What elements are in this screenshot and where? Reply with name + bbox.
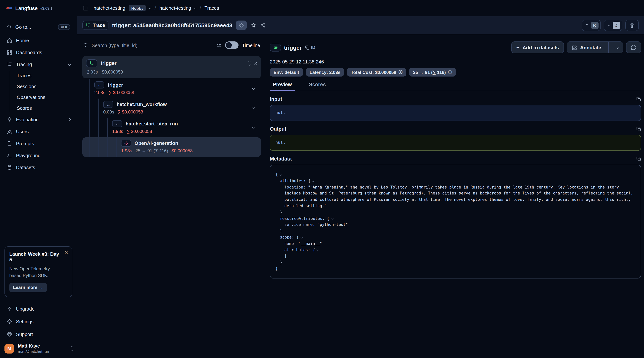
learn-more-button[interactable]: Learn more → <box>9 283 47 292</box>
sidebar-item-support[interactable]: Support <box>4 328 73 340</box>
tree-node-openai-generation[interactable]: ✣OpenAI-generation1.98s25 → 91 (∑ 116)$0… <box>82 137 261 157</box>
annotate-dropdown[interactable] <box>612 42 623 53</box>
sidebar-item-settings[interactable]: Settings <box>4 315 73 328</box>
sparkle-icon <box>7 306 12 311</box>
launch-card-body: New OpenTelemetry based Python SDK. <box>9 265 57 279</box>
tree-node-trigger[interactable]: ↔trigger2.03s∑ $0.000058 <box>82 79 261 99</box>
add-to-datasets-button[interactable]: + Add to datasets <box>512 42 564 53</box>
share-icon[interactable] <box>260 22 266 28</box>
tag-button[interactable] <box>236 21 247 30</box>
trace-root-duration: 2.03s <box>87 69 98 75</box>
trash-icon <box>630 23 635 28</box>
sidebar-toggle-icon[interactable] <box>82 5 89 11</box>
chevron-down-icon <box>616 46 618 49</box>
sidebar-item-tracing[interactable]: Tracing <box>4 58 73 70</box>
tree-search-input[interactable] <box>92 42 213 48</box>
metric-badge: Latency: 2.03s <box>306 68 344 77</box>
sidebar-item-prompts[interactable]: Prompts <box>4 137 73 149</box>
trace-icon-badge <box>86 59 97 67</box>
chevron-down-icon <box>608 24 610 27</box>
sidebar-item-upgrade[interactable]: Upgrade <box>4 302 73 315</box>
observation-tree-panel: Timeline trigger 2.03s $0.000058 <box>77 34 264 358</box>
trace-root-cost: $0.000058 <box>102 69 123 75</box>
node-duration: 1.98s <box>121 148 132 153</box>
prev-trace-button[interactable]: K <box>582 20 600 31</box>
trace-root-row[interactable]: trigger 2.03s $0.000058 <box>82 56 261 78</box>
collapse-node-icon[interactable] <box>316 248 319 251</box>
breadcrumb-org[interactable]: hatchet-testing <box>94 5 126 11</box>
breadcrumb-project[interactable]: hatchet-testing <box>159 5 191 11</box>
chevron-up-icon <box>586 24 588 27</box>
node-tokens: 25 → 91 (∑ 116) <box>136 148 168 153</box>
node-cost: $0.000058 <box>172 148 192 153</box>
tree-node-hatchet.start_step_run[interactable]: ↔hatchet.start_step_run1.98s∑ $0.000058 <box>82 118 261 137</box>
search-icon <box>7 24 12 30</box>
goto-search[interactable]: Go to... ⌘ K <box>4 21 73 33</box>
comment-icon <box>630 44 636 50</box>
sidebar-item-evaluation[interactable]: Evaluation <box>4 113 73 125</box>
sidebar-item-observations[interactable]: Observations <box>4 92 73 103</box>
trace-icon <box>273 45 278 50</box>
trace-icon <box>89 61 94 66</box>
sidebar-item-traces[interactable]: Traces <box>4 70 73 81</box>
json-line[interactable]: { <box>276 171 636 178</box>
info-icon: ⓘ <box>448 69 452 75</box>
timeline-toggle[interactable] <box>225 42 239 49</box>
gear-icon <box>7 319 12 324</box>
collapse-node-icon[interactable] <box>312 180 314 182</box>
terminal-icon <box>7 152 12 158</box>
expand-all-icon[interactable] <box>248 61 250 65</box>
annotate-split-button[interactable]: Annotate <box>567 42 623 53</box>
copy-icon[interactable] <box>636 156 641 161</box>
observation-detail-panel: trigger ID + Add to datasets <box>264 34 644 358</box>
tree-node-hatchet.run_workflow[interactable]: ↔hatchet.run_workflow0.00s∑ $0.000058 <box>82 99 261 118</box>
json-line[interactable]: resourceAttributes: { <box>276 215 636 222</box>
json-line[interactable]: attributes: { <box>276 178 636 184</box>
input-heading: Input <box>270 96 282 102</box>
star-icon[interactable] <box>251 22 256 28</box>
sidebar-item-dashboards[interactable]: Dashboards <box>4 46 73 58</box>
chevron-down-icon[interactable] <box>149 7 152 9</box>
span-icon: ↔ <box>103 101 113 108</box>
json-line: name: "__main__" <box>276 240 636 247</box>
app-title: Langfuse <box>15 6 38 11</box>
breadcrumb-page[interactable]: Traces <box>204 5 219 11</box>
sidebar-item-sessions[interactable]: Sessions <box>4 81 73 92</box>
sidebar-item-playground[interactable]: Playground <box>4 149 73 161</box>
output-heading: Output <box>270 126 286 132</box>
chevron-down-icon <box>68 63 70 66</box>
collapse-node-icon[interactable] <box>279 173 282 176</box>
delete-trace-button[interactable] <box>625 20 639 31</box>
collapse-node-icon[interactable] <box>331 217 333 220</box>
sidebar-item-datasets[interactable]: Datasets <box>4 161 73 173</box>
comments-button[interactable] <box>626 42 641 53</box>
launch-card-title: Launch Week #3: Day 5 <box>9 251 68 262</box>
sidebar-item-home[interactable]: Home <box>4 34 73 46</box>
annotate-button[interactable]: Annotate <box>567 42 605 53</box>
user-menu[interactable]: M Matt Kaye matt@hatchet.run <box>4 343 72 353</box>
user-email: matt@hatchet.run <box>18 349 49 353</box>
filter-sliders-icon[interactable] <box>216 42 222 48</box>
copy-id-button[interactable]: ID <box>305 45 315 50</box>
chevron-down-icon[interactable] <box>194 7 196 9</box>
sidebar-item-users[interactable]: Users <box>4 125 73 137</box>
langfuse-logo-icon <box>6 5 13 12</box>
close-icon[interactable]: ✕ <box>64 250 68 255</box>
goto-label: Go to... <box>15 24 31 30</box>
copy-icon[interactable] <box>636 97 641 102</box>
next-trace-button[interactable]: J <box>604 20 622 31</box>
sidebar-item-scores[interactable]: Scores <box>4 103 73 113</box>
copy-icon[interactable] <box>636 126 641 131</box>
chevron-right-icon <box>68 118 70 121</box>
collapse-all-icon[interactable] <box>255 61 256 65</box>
span-icon: ↔ <box>112 120 122 127</box>
collapse-node-icon[interactable] <box>300 236 302 238</box>
tab-preview[interactable]: Preview <box>270 80 295 91</box>
output-section: Output null <box>270 126 641 151</box>
json-line[interactable]: attributes: { <box>276 247 636 253</box>
trace-icon <box>86 23 90 28</box>
user-name: Matt Kaye <box>18 343 49 349</box>
tab-scores[interactable]: Scores <box>306 80 329 91</box>
json-line[interactable]: scope: { <box>276 234 636 240</box>
sidebar-group-tracing: TracesSessionsObservationsScores <box>4 70 73 113</box>
